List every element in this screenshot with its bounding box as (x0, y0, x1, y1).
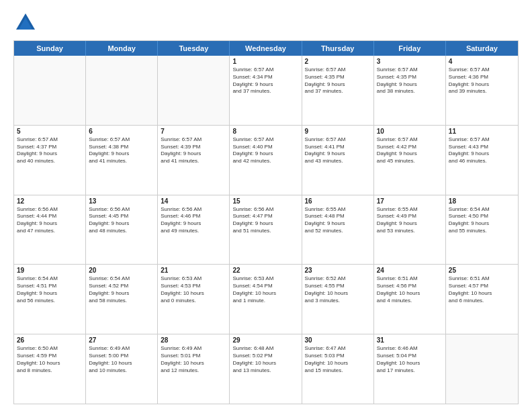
calendar-cell (86, 56, 158, 125)
header-day-monday: Monday (86, 41, 158, 56)
calendar-cell: 22Sunrise: 6:53 AM Sunset: 4:54 PM Dayli… (230, 265, 302, 334)
logo (13, 11, 42, 35)
calendar-cell: 13Sunrise: 6:56 AM Sunset: 4:45 PM Dayli… (86, 195, 158, 265)
calendar-cell: 9Sunrise: 6:57 AM Sunset: 4:41 PM Daylig… (302, 126, 374, 195)
day-info: Sunrise: 6:51 AM Sunset: 4:56 PM Dayligh… (377, 275, 443, 304)
calendar: SundayMondayTuesdayWednesdayThursdayFrid… (13, 40, 519, 404)
day-number: 22 (232, 267, 298, 274)
calendar-cell: 30Sunrise: 6:47 AM Sunset: 5:03 PM Dayli… (302, 334, 374, 404)
day-number: 13 (89, 197, 154, 205)
day-number: 11 (449, 128, 515, 135)
calendar-cell: 4Sunrise: 6:57 AM Sunset: 4:36 PM Daylig… (446, 56, 518, 125)
calendar-cell: 24Sunrise: 6:51 AM Sunset: 4:56 PM Dayli… (374, 265, 446, 334)
day-number: 31 (377, 336, 443, 344)
day-number: 27 (89, 336, 154, 344)
day-number: 20 (89, 267, 154, 274)
day-info: Sunrise: 6:47 AM Sunset: 5:03 PM Dayligh… (305, 345, 371, 374)
day-number: 25 (449, 267, 515, 274)
day-info: Sunrise: 6:57 AM Sunset: 4:37 PM Dayligh… (17, 136, 83, 165)
day-number: 1 (232, 58, 298, 65)
calendar-cell: 29Sunrise: 6:48 AM Sunset: 5:02 PM Dayli… (230, 334, 302, 404)
calendar-cell: 3Sunrise: 6:57 AM Sunset: 4:35 PM Daylig… (374, 56, 446, 125)
day-info: Sunrise: 6:51 AM Sunset: 4:57 PM Dayligh… (449, 275, 515, 304)
calendar-cell: 14Sunrise: 6:56 AM Sunset: 4:46 PM Dayli… (158, 195, 230, 265)
calendar-cell: 5Sunrise: 6:57 AM Sunset: 4:37 PM Daylig… (14, 126, 86, 195)
day-info: Sunrise: 6:55 AM Sunset: 4:49 PM Dayligh… (377, 206, 443, 235)
calendar-cell: 15Sunrise: 6:56 AM Sunset: 4:47 PM Dayli… (230, 195, 302, 265)
header-day-thursday: Thursday (302, 41, 374, 56)
day-info: Sunrise: 6:56 AM Sunset: 4:44 PM Dayligh… (17, 206, 83, 235)
day-info: Sunrise: 6:57 AM Sunset: 4:43 PM Dayligh… (449, 136, 515, 165)
day-info: Sunrise: 6:53 AM Sunset: 4:53 PM Dayligh… (161, 275, 226, 304)
day-info: Sunrise: 6:54 AM Sunset: 4:51 PM Dayligh… (17, 275, 83, 304)
day-info: Sunrise: 6:57 AM Sunset: 4:39 PM Dayligh… (161, 136, 226, 165)
day-number: 15 (232, 197, 298, 205)
day-number: 8 (232, 128, 298, 135)
calendar-cell: 28Sunrise: 6:49 AM Sunset: 5:01 PM Dayli… (158, 334, 230, 404)
day-info: Sunrise: 6:49 AM Sunset: 5:01 PM Dayligh… (161, 345, 226, 374)
calendar-cell: 23Sunrise: 6:52 AM Sunset: 4:55 PM Dayli… (302, 265, 374, 334)
day-info: Sunrise: 6:52 AM Sunset: 4:55 PM Dayligh… (305, 275, 371, 304)
header-day-sunday: Sunday (14, 41, 86, 56)
calendar-cell: 6Sunrise: 6:57 AM Sunset: 4:38 PM Daylig… (86, 126, 158, 195)
day-info: Sunrise: 6:57 AM Sunset: 4:36 PM Dayligh… (449, 66, 515, 95)
calendar-week-1: 1Sunrise: 6:57 AM Sunset: 4:34 PM Daylig… (14, 56, 518, 125)
day-number: 10 (377, 128, 443, 135)
calendar-cell: 7Sunrise: 6:57 AM Sunset: 4:39 PM Daylig… (158, 126, 230, 195)
day-info: Sunrise: 6:57 AM Sunset: 4:34 PM Dayligh… (232, 66, 298, 95)
calendar-week-3: 12Sunrise: 6:56 AM Sunset: 4:44 PM Dayli… (14, 195, 518, 265)
day-number: 9 (305, 128, 371, 135)
day-info: Sunrise: 6:48 AM Sunset: 5:02 PM Dayligh… (232, 345, 298, 374)
day-info: Sunrise: 6:49 AM Sunset: 5:00 PM Dayligh… (89, 345, 154, 374)
header-day-wednesday: Wednesday (230, 41, 302, 56)
day-info: Sunrise: 6:57 AM Sunset: 4:42 PM Dayligh… (377, 136, 443, 165)
calendar-cell (446, 334, 518, 404)
day-number: 23 (305, 267, 371, 274)
day-number: 4 (449, 58, 515, 65)
calendar-week-2: 5Sunrise: 6:57 AM Sunset: 4:37 PM Daylig… (14, 125, 518, 195)
day-info: Sunrise: 6:56 AM Sunset: 4:47 PM Dayligh… (232, 206, 298, 235)
day-number: 26 (17, 336, 83, 344)
day-number: 14 (161, 197, 226, 205)
calendar-cell: 16Sunrise: 6:55 AM Sunset: 4:48 PM Dayli… (302, 195, 374, 265)
header (13, 11, 519, 35)
calendar-cell: 20Sunrise: 6:54 AM Sunset: 4:52 PM Dayli… (86, 265, 158, 334)
calendar-cell: 10Sunrise: 6:57 AM Sunset: 4:42 PM Dayli… (374, 126, 446, 195)
day-number: 24 (377, 267, 443, 274)
calendar-cell: 12Sunrise: 6:56 AM Sunset: 4:44 PM Dayli… (14, 195, 86, 265)
calendar-cell (14, 56, 86, 125)
calendar-cell: 26Sunrise: 6:50 AM Sunset: 4:59 PM Dayli… (14, 334, 86, 404)
day-number: 2 (305, 58, 371, 65)
day-number: 16 (305, 197, 371, 205)
header-day-tuesday: Tuesday (158, 41, 230, 56)
header-day-friday: Friday (374, 41, 446, 56)
day-number: 5 (17, 128, 83, 135)
day-info: Sunrise: 6:57 AM Sunset: 4:40 PM Dayligh… (232, 136, 298, 165)
day-number: 18 (449, 197, 515, 205)
day-number: 19 (17, 267, 83, 274)
day-number: 29 (232, 336, 298, 344)
day-info: Sunrise: 6:54 AM Sunset: 4:50 PM Dayligh… (449, 206, 515, 235)
calendar-cell: 25Sunrise: 6:51 AM Sunset: 4:57 PM Dayli… (446, 265, 518, 334)
day-info: Sunrise: 6:46 AM Sunset: 5:04 PM Dayligh… (377, 345, 443, 374)
calendar-header: SundayMondayTuesdayWednesdayThursdayFrid… (14, 41, 518, 56)
day-info: Sunrise: 6:57 AM Sunset: 4:35 PM Dayligh… (377, 66, 443, 95)
day-info: Sunrise: 6:57 AM Sunset: 4:38 PM Dayligh… (89, 136, 154, 165)
day-number: 28 (161, 336, 226, 344)
day-number: 12 (17, 197, 83, 205)
day-number: 6 (89, 128, 154, 135)
day-info: Sunrise: 6:54 AM Sunset: 4:52 PM Dayligh… (89, 275, 154, 304)
calendar-cell: 27Sunrise: 6:49 AM Sunset: 5:00 PM Dayli… (86, 334, 158, 404)
day-info: Sunrise: 6:57 AM Sunset: 4:35 PM Dayligh… (305, 66, 371, 95)
calendar-cell: 31Sunrise: 6:46 AM Sunset: 5:04 PM Dayli… (374, 334, 446, 404)
day-info: Sunrise: 6:56 AM Sunset: 4:45 PM Dayligh… (89, 206, 154, 235)
logo-icon (13, 11, 38, 35)
page: SundayMondayTuesdayWednesdayThursdayFrid… (0, 0, 532, 411)
day-number: 7 (161, 128, 226, 135)
day-info: Sunrise: 6:57 AM Sunset: 4:41 PM Dayligh… (305, 136, 371, 165)
day-info: Sunrise: 6:53 AM Sunset: 4:54 PM Dayligh… (232, 275, 298, 304)
day-info: Sunrise: 6:50 AM Sunset: 4:59 PM Dayligh… (17, 345, 83, 374)
calendar-body: 1Sunrise: 6:57 AM Sunset: 4:34 PM Daylig… (14, 56, 518, 404)
calendar-cell: 21Sunrise: 6:53 AM Sunset: 4:53 PM Dayli… (158, 265, 230, 334)
day-info: Sunrise: 6:55 AM Sunset: 4:48 PM Dayligh… (305, 206, 371, 235)
